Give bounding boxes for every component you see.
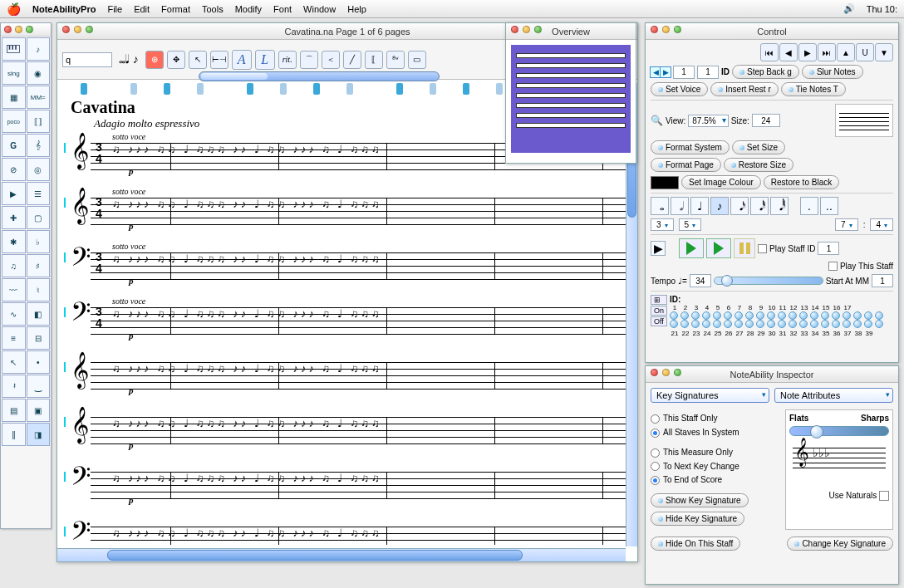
play-flag-icon[interactable]: ▶ bbox=[651, 241, 666, 256]
size-field[interactable] bbox=[752, 114, 780, 127]
restore-size-button[interactable]: Restore Size bbox=[724, 158, 793, 172]
minimize-icon[interactable] bbox=[523, 26, 530, 33]
volume-icon[interactable]: 🔊 bbox=[843, 3, 855, 14]
tuplet-4[interactable]: 4 bbox=[870, 218, 893, 231]
insert-rest-button[interactable]: Insert Rest r bbox=[710, 82, 778, 96]
set-size-button[interactable]: Set Size bbox=[732, 140, 785, 154]
radio-this-staff[interactable] bbox=[651, 414, 660, 424]
tool-bracket-icon[interactable]: ⟦⟧ bbox=[27, 110, 51, 133]
tool-target-icon[interactable]: ◎ bbox=[27, 158, 51, 181]
menu-edit[interactable]: Edit bbox=[134, 4, 150, 14]
on-toggle[interactable]: On bbox=[651, 306, 667, 316]
tool-dot-icon[interactable]: • bbox=[27, 350, 51, 374]
tool-piano-icon[interactable] bbox=[2, 37, 26, 61]
tuplet-3[interactable]: 3 bbox=[651, 218, 674, 231]
change-ks-button[interactable]: Change Key Signature bbox=[787, 537, 893, 551]
nav-first-icon[interactable]: ⏮ bbox=[760, 43, 779, 61]
sixteenth-note-icon[interactable]: 𝅘𝅥𝅯 bbox=[730, 197, 749, 215]
play-button[interactable] bbox=[679, 238, 704, 258]
id-field-2[interactable] bbox=[697, 66, 719, 79]
nav-u-icon[interactable]: U bbox=[856, 43, 874, 61]
close-icon[interactable] bbox=[651, 26, 658, 33]
format-page-button[interactable]: Format Page bbox=[651, 158, 721, 172]
tool-tie-icon[interactable]: ‿ bbox=[27, 375, 51, 398]
minimize-icon[interactable] bbox=[74, 26, 81, 33]
8va-tool-icon[interactable]: ⁸ᵛ bbox=[386, 51, 405, 69]
tool-sing-icon[interactable]: sing bbox=[2, 61, 26, 85]
close-icon[interactable] bbox=[511, 26, 518, 33]
rit-tool-button[interactable]: rit. bbox=[278, 51, 297, 69]
zoom-icon[interactable] bbox=[674, 26, 681, 33]
off-toggle[interactable]: Off bbox=[651, 316, 667, 326]
view-combo[interactable]: 87.5% bbox=[688, 115, 728, 127]
cursor-tool-icon[interactable]: ↖ bbox=[189, 51, 207, 69]
zoom-icon[interactable] bbox=[86, 26, 93, 33]
zoom-icon[interactable] bbox=[534, 26, 542, 33]
format-system-button[interactable]: Format System bbox=[651, 140, 730, 154]
slur-notes-button[interactable]: Slur Notes bbox=[802, 65, 863, 79]
app-menu[interactable]: NoteAbilityPro bbox=[32, 4, 96, 14]
tuplet-5[interactable]: 5 bbox=[679, 218, 702, 231]
menu-tools[interactable]: Tools bbox=[202, 4, 224, 14]
id-dots-row1[interactable] bbox=[670, 311, 893, 320]
restore-black-button[interactable]: Restore to Black bbox=[764, 175, 839, 189]
target-tool-icon[interactable]: ⊕ bbox=[145, 51, 164, 69]
id-field-1[interactable] bbox=[673, 66, 695, 79]
line-tool-icon[interactable]: ╱ bbox=[343, 51, 361, 69]
nav-down-icon[interactable]: ▼ bbox=[875, 43, 893, 61]
eighth-note-icon[interactable]: ♪ bbox=[710, 197, 729, 215]
close-icon[interactable] bbox=[651, 369, 658, 376]
radio-all-staves[interactable] bbox=[651, 429, 660, 438]
tool-sharp-icon[interactable]: ♯ bbox=[27, 254, 51, 277]
nav-prev-icon[interactable]: ◀ bbox=[779, 43, 798, 61]
mini-scroll[interactable] bbox=[199, 71, 440, 81]
magnifier-icon[interactable]: 🔍 bbox=[651, 115, 663, 126]
id-grid-icon[interactable]: ⊞ bbox=[651, 295, 667, 305]
rect-tool-icon[interactable]: ▭ bbox=[408, 51, 426, 69]
tool-stave-icon[interactable]: ▤ bbox=[2, 399, 26, 422]
nav-play-icon[interactable]: ▶ bbox=[798, 43, 817, 61]
radio-end-score[interactable] bbox=[651, 476, 660, 485]
tool-box-icon[interactable]: ▢ bbox=[27, 206, 51, 229]
overview-titlebar[interactable]: Overview bbox=[506, 23, 636, 40]
menu-format[interactable]: Format bbox=[161, 4, 190, 14]
whole-note-icon[interactable]: 𝅝 bbox=[651, 197, 669, 215]
apple-menu-icon[interactable]: 🍎 bbox=[7, 2, 21, 16]
hbar-tool-icon[interactable]: ⊢⊣ bbox=[210, 51, 228, 69]
show-ks-button[interactable]: Show Key Signature bbox=[651, 493, 749, 507]
tool-poco-icon[interactable]: poco bbox=[2, 110, 26, 133]
sixtyfourth-note-icon[interactable]: 𝅘𝅥𝅱 bbox=[770, 197, 789, 215]
flats-sharps-slider[interactable] bbox=[789, 426, 889, 436]
menu-modify[interactable]: Modify bbox=[235, 4, 262, 14]
play-this-staff-check[interactable] bbox=[828, 262, 838, 271]
tempo-slider[interactable] bbox=[714, 277, 823, 285]
minimize-icon[interactable] bbox=[662, 369, 670, 376]
nav-last-icon[interactable]: ⏭ bbox=[818, 43, 836, 61]
tool-grid-icon[interactable]: ▦ bbox=[2, 86, 26, 109]
tool-rest-icon[interactable]: 𝄽 bbox=[2, 375, 26, 398]
tool-cancel-icon[interactable]: ⊘ bbox=[2, 158, 26, 181]
tool-globe-icon[interactable]: ◉ bbox=[27, 61, 51, 85]
inspector-popup-right[interactable]: Note Attributes bbox=[774, 388, 893, 403]
tool-pointer-icon[interactable]: ↖ bbox=[2, 350, 26, 374]
dot-icon[interactable]: . bbox=[800, 197, 818, 215]
l-tool-button[interactable]: L bbox=[255, 50, 275, 70]
tie-notes-button[interactable]: Tie Notes T bbox=[781, 82, 846, 96]
radio-this-measure[interactable] bbox=[651, 448, 660, 458]
menu-file[interactable]: File bbox=[107, 4, 122, 14]
play-from-button[interactable] bbox=[706, 238, 731, 258]
search-input[interactable] bbox=[62, 52, 112, 67]
set-colour-button[interactable]: Set Image Colour bbox=[681, 175, 761, 189]
tool-clef-icon[interactable]: 𝄞 bbox=[27, 134, 51, 157]
inspector-popup-left[interactable]: Key Signatures bbox=[651, 388, 769, 403]
set-voice-button[interactable]: Set Voice bbox=[651, 82, 708, 96]
pause-button[interactable] bbox=[734, 238, 755, 258]
overview-body[interactable] bbox=[506, 40, 636, 158]
play-staff-id-check[interactable] bbox=[758, 244, 767, 253]
tool-beam-icon[interactable]: ♫ bbox=[2, 254, 26, 277]
horizontal-scrollbar[interactable] bbox=[57, 548, 626, 561]
quarter-note-icon[interactable]: ♩ bbox=[690, 197, 709, 215]
tool-note-icon[interactable]: ♪ bbox=[27, 37, 51, 61]
menu-font[interactable]: Font bbox=[273, 4, 292, 14]
control-titlebar[interactable]: Control bbox=[646, 23, 898, 40]
